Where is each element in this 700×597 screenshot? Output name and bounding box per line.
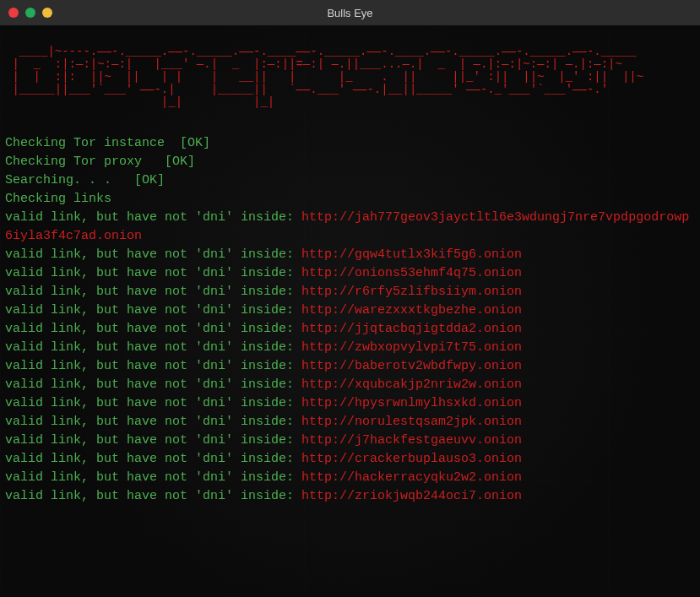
onion-url: http://norulestqsam2jpk.onion <box>301 415 522 429</box>
onion-url: http://jjqtacbqjigtdda2.onion <box>301 322 522 336</box>
link-line: valid link, but have not 'dni' inside: h… <box>5 394 695 413</box>
link-prefix: valid link, but have not 'dni' inside: <box>5 285 301 299</box>
check-line: Checking Tor instance [OK] <box>5 134 695 153</box>
onion-url: http://xqubcakjp2nriw2w.onion <box>301 377 522 392</box>
link-prefix: valid link, but have not 'dni' inside: <box>5 489 301 503</box>
link-prefix: valid link, but have not 'dni' inside: <box>5 377 301 392</box>
ascii-banner: ____|~----.——-._____.——-._____.——-.____—… <box>5 46 695 109</box>
link-prefix: valid link, but have not 'dni' inside: <box>5 210 301 225</box>
check-label: Checking links <box>5 192 111 206</box>
onion-url: http://crackerbuplauso3.onion <box>301 452 522 466</box>
link-prefix: valid link, but have not 'dni' inside: <box>5 470 301 485</box>
link-line: valid link, but have not 'dni' inside: h… <box>5 209 695 246</box>
check-label: Checking Tor proxy <box>5 155 165 169</box>
link-line: valid link, but have not 'dni' inside: h… <box>5 431 695 450</box>
onion-url: http://baberotv2wbdfwpy.onion <box>301 359 522 373</box>
link-prefix: valid link, but have not 'dni' inside: <box>5 396 301 410</box>
onion-url: http://hackerracyqku2w2.onion <box>301 470 522 485</box>
maximize-button[interactable] <box>42 8 52 18</box>
link-line: valid link, but have not 'dni' inside: h… <box>5 283 695 301</box>
link-line: valid link, but have not 'dni' inside: h… <box>5 339 695 357</box>
link-line: valid link, but have not 'dni' inside: h… <box>5 301 695 320</box>
onion-url: http://zwbxopvylvpi7t75.onion <box>301 340 522 355</box>
check-label: Checking Tor instance <box>5 136 180 150</box>
onion-url: http://onions53ehmf4q75.onion <box>301 266 522 280</box>
check-status: [OK] <box>165 155 195 169</box>
check-status: [OK] <box>180 136 210 150</box>
onion-url: http://hpysrwnlmylhsxkd.onion <box>301 396 522 410</box>
link-prefix: valid link, but have not 'dni' inside: <box>5 247 301 262</box>
minimize-button[interactable] <box>25 8 35 18</box>
link-prefix: valid link, but have not 'dni' inside: <box>5 415 301 429</box>
onion-url: http://zriokjwqb244oci7.onion <box>301 489 522 503</box>
titlebar: Bulls Eye <box>0 0 700 25</box>
link-line: valid link, but have not 'dni' inside: h… <box>5 357 695 376</box>
link-prefix: valid link, but have not 'dni' inside: <box>5 433 301 448</box>
link-line: valid link, but have not 'dni' inside: h… <box>5 246 695 264</box>
onion-url: http://r6rfy5zlifbsiiym.onion <box>301 285 522 299</box>
window-title: Bulls Eye <box>327 7 372 19</box>
link-prefix: valid link, but have not 'dni' inside: <box>5 452 301 466</box>
check-line: Checking links <box>5 190 695 209</box>
onion-url: http://j7hackfestgaeuvv.onion <box>301 433 522 448</box>
link-line: valid link, but have not 'dni' inside: h… <box>5 450 695 469</box>
check-line: Searching. . . [OK] <box>5 171 695 190</box>
link-line: valid link, but have not 'dni' inside: h… <box>5 413 695 431</box>
check-label: Searching. . . <box>5 173 134 187</box>
links-list: valid link, but have not 'dni' inside: h… <box>5 209 695 506</box>
link-prefix: valid link, but have not 'dni' inside: <box>5 359 301 373</box>
window-controls <box>0 8 52 18</box>
link-prefix: valid link, but have not 'dni' inside: <box>5 322 301 336</box>
close-button[interactable] <box>8 8 19 18</box>
link-line: valid link, but have not 'dni' inside: h… <box>5 264 695 283</box>
link-prefix: valid link, but have not 'dni' inside: <box>5 303 301 317</box>
check-line: Checking Tor proxy [OK] <box>5 153 695 171</box>
checks-list: Checking Tor instance [OK]Checking Tor p… <box>5 134 695 209</box>
terminal-output[interactable]: ____|~----.——-._____.——-._____.——-.____—… <box>0 25 700 597</box>
check-status: [OK] <box>134 173 165 187</box>
onion-url: http://warezxxxtkgbezhe.onion <box>301 303 522 317</box>
link-line: valid link, but have not 'dni' inside: h… <box>5 469 695 487</box>
link-line: valid link, but have not 'dni' inside: h… <box>5 320 695 339</box>
link-prefix: valid link, but have not 'dni' inside: <box>5 340 301 355</box>
onion-url: http://gqw4tutlx3kif5g6.onion <box>301 247 522 262</box>
link-prefix: valid link, but have not 'dni' inside: <box>5 266 301 280</box>
link-line: valid link, but have not 'dni' inside: h… <box>5 376 695 394</box>
link-line: valid link, but have not 'dni' inside: h… <box>5 487 695 506</box>
